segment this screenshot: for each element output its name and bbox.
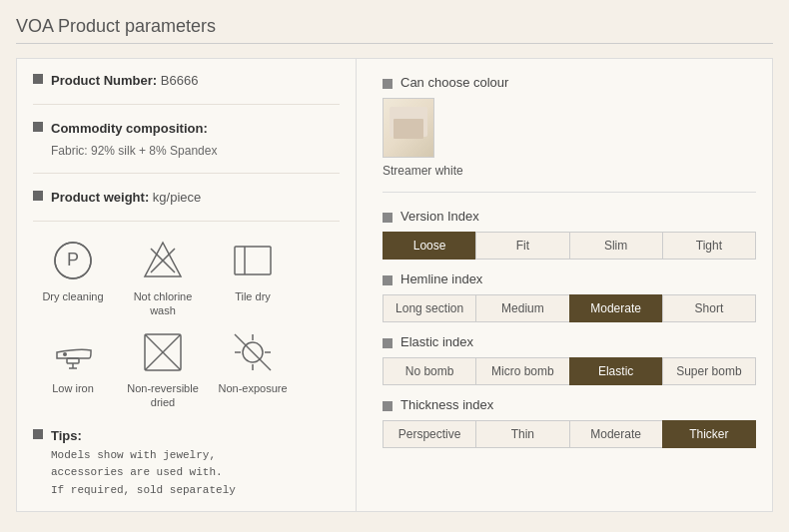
tile-dry-icon bbox=[231, 239, 275, 282]
main-container: Product Number: B6666 Commodity composit… bbox=[16, 58, 773, 512]
hemline-option-long[interactable]: Long section bbox=[383, 294, 475, 322]
hemline-index-bullet bbox=[383, 275, 393, 285]
tips-text: Models show with jewelry, accessories ar… bbox=[51, 447, 236, 500]
no-exposure-icon-box bbox=[228, 327, 278, 377]
no-tumble-icon-box bbox=[138, 327, 188, 377]
version-option-tight[interactable]: Tight bbox=[662, 232, 756, 260]
hemline-option-short[interactable]: Short bbox=[662, 294, 756, 322]
version-option-slim[interactable]: Slim bbox=[569, 232, 662, 260]
weight-row: Product weight: kg/piece bbox=[33, 188, 340, 222]
tips-row: Tips: Models show with jewelry, accessor… bbox=[33, 426, 340, 500]
color-section-title: Can choose colour bbox=[400, 75, 508, 90]
left-panel: Product Number: B6666 Commodity composit… bbox=[17, 59, 357, 511]
elastic-option-elastic[interactable]: Elastic bbox=[569, 357, 662, 385]
version-index-bullet bbox=[383, 213, 393, 223]
color-section: Can choose colour Streamer white bbox=[383, 75, 756, 193]
version-index-header: Version Index bbox=[383, 209, 756, 224]
elastic-index-header: Elastic index bbox=[383, 334, 756, 349]
thickness-option-thin[interactable]: Thin bbox=[475, 420, 568, 448]
product-number-row: Product Number: B6666 bbox=[33, 71, 340, 105]
commodity-sub: Fabric: 92% silk + 8% Spandex bbox=[51, 142, 217, 161]
dry-cleaning-icon-box: P bbox=[48, 236, 98, 285]
elastic-option-no-bomb[interactable]: No bomb bbox=[383, 357, 475, 385]
low-iron-label: Low iron bbox=[52, 381, 94, 395]
thickness-index-options: Perspective Thin Moderate Thicker bbox=[383, 420, 756, 448]
care-tile-dry: Tile dry bbox=[213, 236, 293, 318]
hemline-index-title: Hemline index bbox=[400, 271, 482, 286]
thickness-index-bullet bbox=[383, 401, 393, 411]
no-tumble-icon bbox=[141, 330, 185, 374]
no-exposure-icon bbox=[231, 330, 275, 374]
version-option-fit[interactable]: Fit bbox=[475, 232, 568, 260]
product-number-content: Product Number: B6666 bbox=[51, 71, 198, 92]
square-bullet-3 bbox=[33, 191, 43, 201]
care-no-chlorine: Not chlorine wash bbox=[123, 236, 203, 318]
product-number-value: B6666 bbox=[161, 73, 199, 88]
low-iron-icon-box bbox=[48, 327, 98, 377]
elastic-index-options: No bomb Micro bomb Elastic Super bomb bbox=[383, 357, 756, 385]
thickness-option-moderate[interactable]: Moderate bbox=[569, 420, 662, 448]
thickness-index-section: Thickness index Perspective Thin Moderat… bbox=[383, 397, 756, 448]
version-index-title: Version Index bbox=[400, 209, 479, 224]
weight-value: kg/piece bbox=[153, 190, 201, 205]
hemline-option-moderate[interactable]: Moderate bbox=[569, 294, 662, 322]
tips-content: Tips: Models show with jewelry, accessor… bbox=[51, 426, 236, 500]
dry-cleaning-label: Dry cleaning bbox=[42, 289, 103, 303]
hemline-index-header: Hemline index bbox=[383, 271, 756, 286]
dry-cleaning-icon: P bbox=[51, 239, 95, 282]
version-index-section: Version Index Loose Fit Slim Tight bbox=[383, 209, 756, 260]
color-section-bullet bbox=[383, 79, 393, 89]
product-number-label: Product Number: bbox=[51, 73, 157, 88]
hemline-option-medium[interactable]: Medium bbox=[475, 294, 568, 322]
hemline-index-options: Long section Medium Moderate Short bbox=[383, 294, 756, 322]
no-chlorine-label: Not chlorine wash bbox=[123, 289, 203, 318]
commodity-label: Commodity composition: bbox=[51, 119, 217, 140]
no-chlorine-icon-box bbox=[138, 236, 188, 285]
care-icons-group: P Dry cleaning Not chlorine wash bbox=[33, 236, 340, 410]
care-dry-cleaning: P Dry cleaning bbox=[33, 236, 113, 318]
weight-content: Product weight: kg/piece bbox=[51, 188, 201, 209]
svg-rect-6 bbox=[235, 247, 271, 274]
hemline-index-section: Hemline index Long section Medium Modera… bbox=[383, 271, 756, 322]
right-panel: Can choose colour Streamer white Version… bbox=[367, 59, 772, 511]
elastic-index-title: Elastic index bbox=[400, 334, 473, 349]
elastic-index-section: Elastic index No bomb Micro bomb Elastic… bbox=[383, 334, 756, 385]
tile-dry-icon-box bbox=[228, 236, 278, 285]
thickness-option-thicker[interactable]: Thicker bbox=[662, 420, 756, 448]
svg-rect-8 bbox=[67, 358, 79, 363]
svg-point-11 bbox=[63, 352, 67, 356]
square-bullet-tips bbox=[33, 429, 43, 439]
no-chlorine-icon bbox=[141, 239, 185, 282]
version-index-options: Loose Fit Slim Tight bbox=[383, 232, 756, 260]
color-name: Streamer white bbox=[383, 164, 756, 178]
elastic-option-micro-bomb[interactable]: Micro bomb bbox=[475, 357, 568, 385]
tile-dry-label: Tile dry bbox=[235, 289, 271, 303]
care-no-tumble: Non-reversible dried bbox=[123, 327, 203, 410]
no-tumble-label: Non-reversible dried bbox=[123, 381, 203, 410]
commodity-content: Commodity composition: Fabric: 92% silk … bbox=[51, 119, 217, 161]
care-no-exposure: Non-exposure bbox=[213, 327, 293, 410]
svg-text:P: P bbox=[67, 250, 79, 269]
page-title: VOA Product parameters bbox=[16, 16, 773, 44]
thickness-index-title: Thickness index bbox=[400, 397, 493, 412]
square-bullet-2 bbox=[33, 122, 43, 132]
thickness-option-perspective[interactable]: Perspective bbox=[383, 420, 475, 448]
commodity-row: Commodity composition: Fabric: 92% silk … bbox=[33, 119, 340, 174]
version-option-loose[interactable]: Loose bbox=[383, 232, 475, 260]
elastic-index-bullet bbox=[383, 338, 393, 348]
no-exposure-label: Non-exposure bbox=[218, 381, 287, 395]
square-bullet-1 bbox=[33, 74, 43, 84]
color-thumbnail[interactable] bbox=[383, 98, 434, 158]
color-section-header: Can choose colour bbox=[383, 75, 756, 90]
low-iron-icon bbox=[51, 330, 95, 374]
tips-label: Tips: bbox=[51, 428, 82, 443]
elastic-option-super-bomb[interactable]: Super bomb bbox=[662, 357, 756, 385]
care-low-iron: Low iron bbox=[33, 327, 113, 410]
weight-label: Product weight: bbox=[51, 190, 149, 205]
thickness-index-header: Thickness index bbox=[383, 397, 756, 412]
